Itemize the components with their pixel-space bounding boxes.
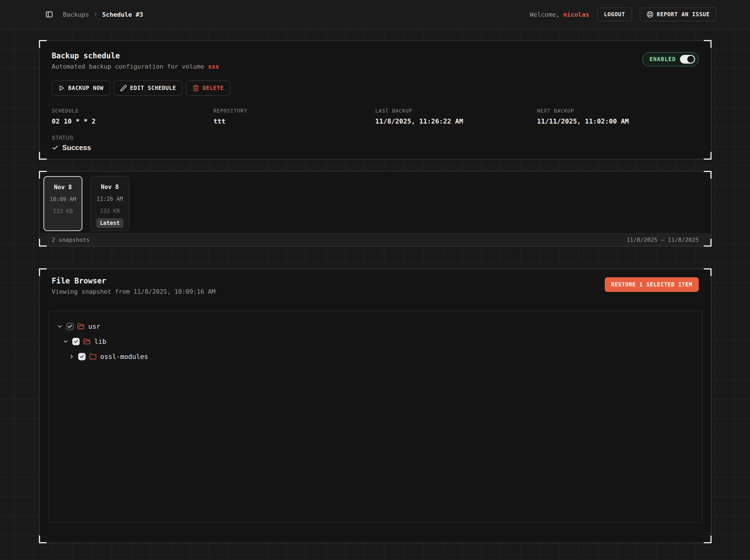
file-browser-header-text: File Browser Viewing snapshot from 11/8/…: [52, 276, 215, 295]
enabled-label: ENABLED: [650, 56, 676, 62]
corner-bracket: [704, 239, 712, 246]
chevron-down-icon[interactable]: [57, 323, 63, 329]
breadcrumb: Backups Schedule #3: [63, 11, 143, 18]
corner-bracket: [39, 171, 47, 179]
corner-bracket: [704, 536, 712, 543]
folder-open-icon: [83, 338, 91, 345]
delete-button[interactable]: DELETE: [186, 81, 230, 96]
schedule-fields: SCHEDULE 02 10 * * 2 REPOSITORY ttt LAST…: [52, 108, 699, 125]
chevron-right-icon: [93, 12, 98, 17]
check-icon: [52, 144, 59, 151]
corner-bracket: [39, 268, 47, 276]
welcome-text: Welcome, nicolas: [530, 11, 589, 18]
play-icon: [58, 85, 65, 92]
snapshots-footer: 2 snapshots 11/8/2025 – 11/8/2025: [40, 233, 711, 246]
status-label: STATUS: [52, 135, 699, 141]
snapshot-size: 133 KB: [100, 208, 120, 214]
panel-subtitle: Viewing snapshot from 11/8/2025, 10:09:1…: [52, 288, 215, 295]
file-tree: usr lib ossl-modules: [48, 311, 703, 523]
panel-title: File Browser: [52, 276, 215, 285]
checkbox-ossl-modules[interactable]: [78, 353, 85, 360]
file-browser-panel: File Browser Viewing snapshot from 11/8/…: [39, 268, 712, 543]
field-schedule: SCHEDULE 02 10 * * 2: [52, 108, 214, 125]
volume-name: sss: [208, 63, 219, 70]
corner-bracket: [39, 536, 47, 543]
field-label: NEXT BACKUP: [537, 108, 699, 114]
status-text: Success: [62, 144, 91, 152]
lifebuoy-icon: [647, 11, 653, 18]
snapshot-date: Nov 8: [54, 184, 72, 191]
panel-left-icon: [45, 11, 53, 18]
top-bar: Backups Schedule #3 Welcome, nicolas LOG…: [0, 0, 750, 29]
breadcrumb-current: Schedule #3: [102, 11, 143, 18]
report-issue-label: REPORT AN ISSUE: [657, 11, 710, 18]
field-repository: REPOSITORY ttt: [214, 108, 375, 125]
tree-item-label: lib: [94, 338, 106, 345]
tree-item-label: usr: [88, 323, 100, 330]
corner-bracket: [704, 171, 712, 179]
field-label: SCHEDULE: [52, 108, 214, 114]
tree-row-usr[interactable]: usr: [57, 319, 694, 334]
toggle-switch[interactable]: [680, 55, 695, 64]
snapshot-card-selected[interactable]: Nov 8 10:09 AM 133 KB: [43, 176, 82, 231]
field-value: 02 10 * * 2: [52, 117, 214, 125]
chevron-down-icon[interactable]: [63, 339, 68, 344]
username: nicolas: [563, 11, 589, 18]
latest-badge: Latest: [96, 218, 123, 228]
topbar-right: Welcome, nicolas LOGOUT REPORT AN ISSUE: [530, 7, 716, 21]
schedule-actions: BACKUP NOW EDIT SCHEDULE DELETE: [52, 81, 699, 96]
tree-item-label: ossl-modules: [100, 353, 148, 361]
corner-bracket: [39, 40, 47, 48]
delete-label: DELETE: [202, 85, 224, 91]
corner-bracket: [704, 152, 712, 160]
snapshot-time: 11:26 AM: [97, 196, 123, 202]
logout-button[interactable]: LOGOUT: [597, 7, 632, 21]
checkbox-usr[interactable]: [66, 323, 74, 330]
corner-bracket: [704, 40, 712, 48]
trash-icon: [193, 85, 199, 92]
subtitle-prefix: Automated backup configuration for volum…: [52, 63, 208, 70]
field-label: REPOSITORY: [214, 108, 375, 114]
field-last-backup: LAST BACKUP 11/8/2025, 11:26:22 AM: [375, 108, 537, 125]
snapshot-card-latest[interactable]: Nov 8 11:26 AM 133 KB Latest: [91, 176, 129, 231]
toggle-knob: [687, 56, 694, 63]
snapshot-date: Nov 8: [101, 183, 119, 190]
restore-selected-button[interactable]: RESTORE 1 SELECTED ITEM: [605, 277, 699, 292]
field-value: ttt: [214, 117, 375, 125]
snapshot-timeline: Nov 8 10:09 AM 133 KB Nov 8 11:26 AM 133…: [40, 172, 711, 231]
backup-now-button[interactable]: BACKUP NOW: [52, 81, 110, 96]
welcome-prefix: Welcome,: [530, 11, 559, 18]
chevron-right-icon[interactable]: [68, 354, 75, 360]
edit-schedule-label: EDIT SCHEDULE: [130, 85, 176, 91]
folder-open-icon: [77, 323, 85, 330]
tree-row-lib[interactable]: lib: [57, 334, 694, 349]
field-next-backup: NEXT BACKUP 11/11/2025, 11:02:00 AM: [537, 108, 699, 125]
snapshot-time: 10:09 AM: [50, 196, 76, 202]
field-value: 11/11/2025, 11:02:00 AM: [537, 117, 699, 125]
backup-schedule-panel: Backup schedule Automated backup configu…: [39, 40, 712, 160]
tree-row-ossl-modules[interactable]: ossl-modules: [57, 349, 694, 364]
edit-schedule-button[interactable]: EDIT SCHEDULE: [114, 81, 182, 96]
breadcrumb-backups-link[interactable]: Backups: [63, 11, 89, 18]
corner-bracket: [704, 268, 712, 276]
checkbox-lib[interactable]: [72, 338, 80, 345]
snapshot-size: 133 KB: [53, 208, 73, 214]
logout-label: LOGOUT: [604, 11, 625, 18]
field-label: LAST BACKUP: [375, 108, 537, 114]
corner-bracket: [39, 152, 47, 160]
snapshot-date-range: 11/8/2025 – 11/8/2025: [627, 237, 699, 243]
schedule-header-text: Backup schedule Automated backup configu…: [52, 51, 219, 70]
status-block: STATUS Success: [52, 135, 699, 152]
pencil-icon: [120, 85, 127, 92]
backup-now-label: BACKUP NOW: [68, 85, 104, 91]
sidebar-toggle-button[interactable]: [45, 10, 54, 19]
panel-subtitle: Automated backup configuration for volum…: [52, 63, 219, 70]
enabled-toggle[interactable]: ENABLED: [642, 52, 699, 66]
panel-title: Backup schedule: [52, 51, 219, 60]
folder-icon: [89, 353, 97, 360]
status-value: Success: [52, 144, 699, 152]
field-value: 11/8/2025, 11:26:22 AM: [375, 117, 537, 125]
snapshot-count: 2 snapshots: [52, 237, 90, 243]
corner-bracket: [39, 239, 47, 246]
report-issue-button[interactable]: REPORT AN ISSUE: [640, 7, 716, 21]
